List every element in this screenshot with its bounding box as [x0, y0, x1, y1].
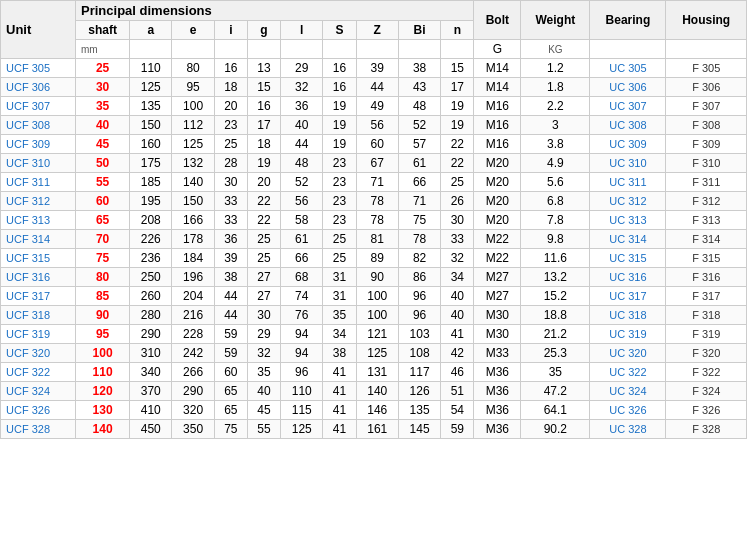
i-cell: 59: [214, 325, 247, 344]
z-cell: 90: [356, 268, 398, 287]
n-cell: 19: [441, 97, 474, 116]
shaft-cell: 35: [76, 97, 130, 116]
shaft-header: shaft: [76, 21, 130, 40]
bearing-cell: UC 305: [590, 59, 666, 78]
i-cell: 18: [214, 78, 247, 97]
bolt-cell: M20: [474, 154, 521, 173]
l-cell: 94: [281, 344, 323, 363]
g-cell: 40: [247, 382, 280, 401]
e-cell: 132: [172, 154, 214, 173]
s-cell: 19: [323, 116, 356, 135]
housing-header: Housing: [666, 1, 747, 40]
unit-cell: UCF 313: [1, 211, 76, 230]
i-header: i: [214, 21, 247, 40]
e-cell: 216: [172, 306, 214, 325]
g-cell: 22: [247, 192, 280, 211]
principal-header: Principal dimensions: [76, 1, 474, 21]
bi-cell: 108: [398, 344, 440, 363]
e-cell: 196: [172, 268, 214, 287]
unit-cell: UCF 309: [1, 135, 76, 154]
l-cell: 110: [281, 382, 323, 401]
bearing-cell: UC 311: [590, 173, 666, 192]
a-header: a: [130, 21, 172, 40]
bearing-cell: UC 316: [590, 268, 666, 287]
g-cell: 27: [247, 268, 280, 287]
s-cell: 23: [323, 192, 356, 211]
g-cell: 13: [247, 59, 280, 78]
weight-header: Weight: [521, 1, 590, 40]
shaft-cell: 100: [76, 344, 130, 363]
unit-cell: UCF 319: [1, 325, 76, 344]
a-cell: 340: [130, 363, 172, 382]
bolt-cell: M16: [474, 97, 521, 116]
a-cell: 450: [130, 420, 172, 439]
table-row: UCF 31785260204442774311009640M2715.2UC …: [1, 287, 747, 306]
table-row: UCF 306301259518153216444317M141.8UC 306…: [1, 78, 747, 97]
s-cell: 31: [323, 287, 356, 306]
unit-cell: UCF 311: [1, 173, 76, 192]
weight-cell: 47.2: [521, 382, 590, 401]
n-cell: 41: [441, 325, 474, 344]
shaft-cell: 85: [76, 287, 130, 306]
s-header: S: [323, 21, 356, 40]
i-cell: 39: [214, 249, 247, 268]
g-header: g: [247, 21, 280, 40]
unit-cell: UCF 314: [1, 230, 76, 249]
i-cell: 44: [214, 287, 247, 306]
a-cell: 150: [130, 116, 172, 135]
n-cell: 42: [441, 344, 474, 363]
g-cell: 35: [247, 363, 280, 382]
shaft-cell: 45: [76, 135, 130, 154]
g-cell: 17: [247, 116, 280, 135]
z-cell: 100: [356, 306, 398, 325]
table-body: UCF 305251108016132916393815M141.2UC 305…: [1, 59, 747, 439]
a-cell: 160: [130, 135, 172, 154]
shaft-cell: 140: [76, 420, 130, 439]
bolt-cell: M33: [474, 344, 521, 363]
a-cell: 280: [130, 306, 172, 325]
z-cell: 71: [356, 173, 398, 192]
weight-cell: 3.8: [521, 135, 590, 154]
shaft-cell: 25: [76, 59, 130, 78]
i-cell: 36: [214, 230, 247, 249]
a-cell: 208: [130, 211, 172, 230]
bi-cell: 135: [398, 401, 440, 420]
a-cell: 135: [130, 97, 172, 116]
bi-cell: 96: [398, 287, 440, 306]
s-cell: 31: [323, 268, 356, 287]
g-cell: 20: [247, 173, 280, 192]
l-cell: 29: [281, 59, 323, 78]
table-row: UCF 305251108016132916393815M141.2UC 305…: [1, 59, 747, 78]
housing-cell: F 319: [666, 325, 747, 344]
unit-cell: UCF 326: [1, 401, 76, 420]
unit-cell: UCF 317: [1, 287, 76, 306]
n-cell: 54: [441, 401, 474, 420]
i-cell: 44: [214, 306, 247, 325]
unit-cell: UCF 307: [1, 97, 76, 116]
g-cell: 45: [247, 401, 280, 420]
unit-cell: UCF 312: [1, 192, 76, 211]
n-cell: 22: [441, 135, 474, 154]
a-cell: 236: [130, 249, 172, 268]
housing-cell: F 328: [666, 420, 747, 439]
bearing-cell: UC 310: [590, 154, 666, 173]
n-cell: 15: [441, 59, 474, 78]
weight-cell: 5.6: [521, 173, 590, 192]
g-cell: 30: [247, 306, 280, 325]
bolt-cell: M20: [474, 173, 521, 192]
e-cell: 140: [172, 173, 214, 192]
g-cell: 29: [247, 325, 280, 344]
z-cell: 78: [356, 211, 398, 230]
housing-cell: F 308: [666, 116, 747, 135]
n-cell: 30: [441, 211, 474, 230]
n-cell: 40: [441, 287, 474, 306]
bolt-cell: M20: [474, 192, 521, 211]
s-cell: 34: [323, 325, 356, 344]
bearing-cell: UC 306: [590, 78, 666, 97]
e-header: e: [172, 21, 214, 40]
s-cell: 41: [323, 363, 356, 382]
e-cell: 266: [172, 363, 214, 382]
n-cell: 40: [441, 306, 474, 325]
table-row: UCF 3157523618439256625898232M2211.6UC 3…: [1, 249, 747, 268]
l-cell: 48: [281, 154, 323, 173]
